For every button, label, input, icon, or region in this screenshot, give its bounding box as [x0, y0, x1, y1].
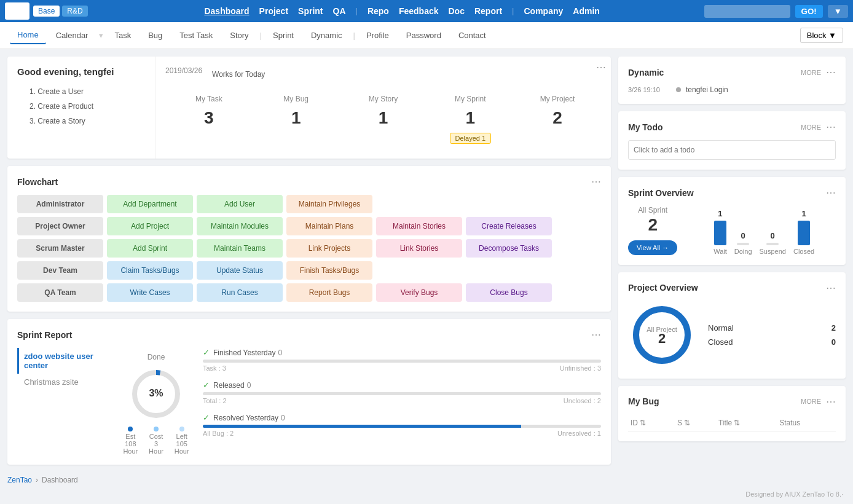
sprint-bar-closed: 1 Closed	[793, 209, 814, 255]
est-dot	[128, 427, 133, 431]
flow-add-user[interactable]: Add User	[197, 195, 283, 213]
flow-maintain-teams[interactable]: Maintain Teams	[197, 239, 283, 258]
flow-close-bugs[interactable]: Close Bugs	[466, 283, 552, 302]
col-title[interactable]: Title ⇅	[716, 415, 777, 431]
search-input[interactable]	[704, 5, 790, 18]
sprint-report-menu[interactable]: ⋯	[591, 329, 601, 341]
flow-maintain-privileges[interactable]: Maintain Privileges	[286, 195, 372, 213]
breadcrumb-zentao[interactable]: ZenTao	[7, 476, 32, 484]
sprint-overview-menu[interactable]: ⋯	[826, 187, 836, 199]
flow-write-cases[interactable]: Write Cases	[107, 283, 193, 302]
flow-run-cases[interactable]: Run Cases	[197, 283, 283, 302]
nav-feedback[interactable]: Feedback	[399, 6, 439, 16]
nav-sprint[interactable]: Sprint	[298, 6, 323, 16]
greeting-menu[interactable]: ⋯	[596, 61, 606, 73]
stat-project-label: My Project	[516, 95, 599, 103]
stat-bug-value: 1	[255, 108, 337, 128]
nav-password[interactable]: Password	[399, 27, 449, 44]
proj-normal-value: 2	[831, 323, 836, 333]
donut-label: Done	[147, 353, 165, 361]
flow-link-projects[interactable]: Link Projects	[286, 239, 372, 258]
resolved-meta-right: Unresolved : 1	[557, 430, 601, 437]
nav-dynamic[interactable]: Dynamic	[304, 27, 350, 44]
flow-decompose-tasks[interactable]: Decompose Tasks	[466, 239, 552, 258]
proj-closed-value: 0	[831, 337, 836, 347]
flow-add-project[interactable]: Add Project	[107, 217, 193, 235]
dynamic-menu[interactable]: ⋯	[826, 66, 836, 78]
my-bug-menu[interactable]: ⋯	[826, 396, 836, 408]
flow-update-status[interactable]: Update Status	[197, 261, 283, 280]
nav-project[interactable]: Project	[259, 6, 288, 16]
my-todo-menu[interactable]: ⋯	[826, 121, 836, 133]
flow-add-sprint[interactable]: Add Sprint	[107, 239, 193, 258]
flow-claim-tasks[interactable]: Claim Tasks/Bugs	[107, 261, 193, 280]
nav-bug[interactable]: Bug	[141, 27, 170, 44]
dynamic-time: 3/26 19:10	[628, 86, 671, 93]
flow-verify-bugs[interactable]: Verify Bugs	[376, 283, 462, 302]
flow-create-releases[interactable]: Create Releases	[466, 217, 552, 235]
stat-bug-label: My Bug	[255, 95, 337, 103]
flow-maintain-plans[interactable]: Maintain Plans	[286, 217, 372, 235]
nav-test-task[interactable]: Test Task	[172, 27, 220, 44]
suspend-value: 0	[760, 231, 786, 240]
nav-doc[interactable]: Doc	[449, 6, 465, 16]
flow-add-department[interactable]: Add Department	[107, 195, 193, 213]
view-all-button[interactable]: View All →	[628, 240, 677, 255]
sprint-overview-title: Sprint Overview	[628, 188, 694, 198]
project-overview-menu[interactable]: ⋯	[826, 282, 836, 294]
step-3[interactable]: 3. Create a Story	[29, 114, 145, 128]
nav-home[interactable]: Home	[10, 26, 46, 44]
closed-value: 1	[793, 209, 814, 218]
col-id[interactable]: ID ⇅	[628, 415, 675, 431]
flow-empty-3	[376, 261, 462, 280]
greeting-steps: 1. Create a User 2. Create a Product 3. …	[17, 84, 145, 128]
badge-base[interactable]: Base	[33, 6, 60, 17]
flow-finish-tasks[interactable]: Finish Tasks/Bugs	[286, 261, 372, 280]
bug-table: ID ⇅ S ⇅ Title ⇅ Status	[628, 415, 836, 431]
nav-story[interactable]: Story	[222, 27, 256, 44]
flowchart-menu[interactable]: ⋯	[591, 176, 601, 187]
nav-contact[interactable]: Contact	[451, 27, 493, 44]
badge-rd[interactable]: R&D	[62, 6, 87, 17]
sprint-report-title: Sprint Report	[17, 330, 72, 340]
user-button[interactable]: ▼	[828, 5, 848, 18]
sprint-hours: Est 108 Hour Cost 3 Hour Left	[119, 427, 193, 455]
greeting-right: 2019/03/26 Works for Today My Task 3 My …	[155, 57, 611, 159]
nav-task[interactable]: Task	[107, 27, 138, 44]
project-overview-card: Project Overview ⋯ All Project 2 Normal …	[618, 272, 846, 379]
flow-maintain-stories[interactable]: Maintain Stories	[376, 217, 462, 235]
nav-repo[interactable]: Repo	[368, 6, 389, 16]
role-administrator: Administrator	[17, 195, 103, 213]
step-1[interactable]: 1. Create a User	[29, 84, 145, 99]
progress-bar-3-wrap	[203, 425, 601, 428]
my-bug-more[interactable]: MORE	[801, 398, 821, 405]
nav-report[interactable]: Report	[474, 6, 502, 16]
my-todo-more[interactable]: MORE	[801, 124, 821, 131]
block-button[interactable]: Block ▼	[800, 28, 843, 43]
nav-company[interactable]: Company	[524, 6, 563, 16]
go-button[interactable]: GO!	[795, 5, 823, 18]
sprint-project-2[interactable]: Christmas zsite	[17, 374, 109, 390]
dynamic-more[interactable]: MORE	[801, 69, 821, 76]
todo-input[interactable]	[628, 140, 836, 160]
col-s[interactable]: S ⇅	[675, 415, 716, 431]
flow-report-bugs[interactable]: Report Bugs	[286, 283, 372, 302]
step-2[interactable]: 2. Create a Product	[29, 99, 145, 114]
nav-sprint[interactable]: Sprint	[265, 27, 301, 44]
nav-qa[interactable]: QA	[333, 6, 346, 16]
logo-icon	[5, 2, 29, 20]
flow-maintain-modules[interactable]: Maintain Modules	[197, 217, 283, 235]
finished-meta-left: Task : 3	[203, 364, 226, 372]
nav-profile[interactable]: Profile	[359, 27, 396, 44]
stats-row: My Task 3 My Bug 1 My Story 1 My Sprint …	[165, 90, 601, 149]
flowchart-grid: Administrator Add Department Add User Ma…	[17, 195, 601, 302]
nav-dashboard[interactable]: Dashboard	[204, 6, 249, 16]
nav-admin[interactable]: Admin	[573, 6, 600, 16]
col-status[interactable]: Status	[777, 415, 836, 431]
flow-link-stories[interactable]: Link Stories	[376, 239, 462, 258]
nav-calendar[interactable]: Calendar	[49, 27, 96, 44]
dynamic-title: Dynamic	[628, 68, 664, 77]
doing-bar	[737, 243, 749, 245]
dynamic-header: Dynamic MORE ⋯	[628, 66, 836, 78]
sprint-project-1[interactable]: zdoo website user center	[17, 348, 109, 374]
